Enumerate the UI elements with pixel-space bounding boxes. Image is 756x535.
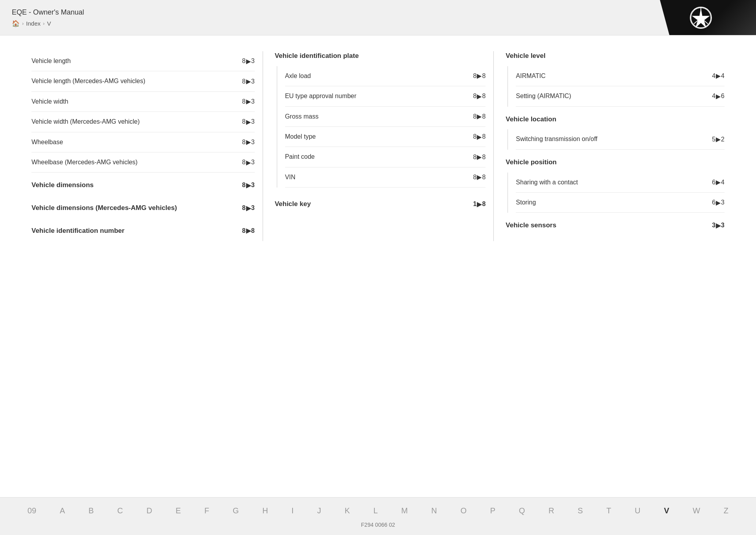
alpha-P[interactable]: P: [487, 505, 498, 517]
item-label: Vehicle width (Mercedes-AMG vehicle): [32, 117, 239, 126]
list-item-vehicle-key[interactable]: Vehicle key 1▶8: [275, 191, 486, 214]
alpha-G[interactable]: G: [230, 505, 242, 517]
alpha-M[interactable]: M: [398, 505, 411, 517]
item-label: Vehicle identification number: [32, 226, 239, 236]
app-footer: 09 A B C D E F G H I J K L M N O P Q R S…: [0, 497, 756, 535]
breadcrumb-v: V: [47, 20, 51, 27]
list-item-vehicle-identification-number[interactable]: Vehicle identification number 8▶8: [32, 218, 255, 241]
item-label: Storing: [516, 198, 709, 207]
list-item[interactable]: Vehicle length (Mercedes-AMG vehicles) 8…: [32, 71, 255, 91]
right-column: Vehicle level AIRMATIC 4▶4 Setting (AIRM…: [493, 51, 724, 241]
alpha-E[interactable]: E: [172, 505, 184, 517]
item-page: 6▶3: [709, 199, 724, 206]
app-title: EQE - Owner's Manual: [12, 8, 634, 17]
alpha-Z[interactable]: Z: [721, 505, 732, 517]
alpha-A[interactable]: A: [57, 505, 68, 517]
list-item[interactable]: AIRMATIC 4▶4: [516, 66, 724, 86]
item-label: Setting (AIRMATIC): [516, 92, 709, 100]
item-label: Gross mass: [285, 112, 470, 121]
header-text-area: EQE - Owner's Manual 🏠 › Index › V: [0, 0, 646, 35]
mercedes-star-icon: [689, 6, 713, 30]
breadcrumb-index[interactable]: Index: [26, 20, 41, 27]
section-header-vehicle-id-plate: Vehicle identification plate: [275, 51, 486, 66]
alpha-U[interactable]: U: [632, 505, 643, 517]
list-item[interactable]: VIN 8▶8: [285, 167, 486, 188]
list-item-eu-type-approval[interactable]: EU type approval number 8▶8: [285, 86, 486, 106]
alpha-L[interactable]: L: [370, 505, 381, 517]
list-item[interactable]: Paint code 8▶8: [285, 147, 486, 167]
item-page: 8▶8: [470, 113, 485, 120]
item-page: 3▶3: [709, 222, 724, 229]
alpha-F[interactable]: F: [201, 505, 212, 517]
alpha-I[interactable]: I: [288, 505, 297, 517]
list-item[interactable]: Model type 8▶8: [285, 127, 486, 147]
alphabet-navigation: 09 A B C D E F G H I J K L M N O P Q R S…: [16, 505, 740, 517]
item-label: Vehicle sensors: [506, 221, 709, 230]
alpha-N[interactable]: N: [428, 505, 440, 517]
item-label: Wheelbase: [32, 138, 239, 147]
item-label: Vehicle identification plate: [275, 51, 486, 61]
item-label: Wheelbase (Mercedes-AMG vehicles): [32, 158, 239, 167]
item-page: 8▶8: [470, 72, 485, 80]
list-item[interactable]: Vehicle width (Mercedes-AMG vehicle) 8▶3: [32, 112, 255, 132]
alpha-09[interactable]: 09: [24, 505, 39, 517]
list-item[interactable]: Axle load 8▶8: [285, 66, 486, 86]
item-label: Vehicle width: [32, 97, 239, 106]
item-page: 4▶4: [709, 72, 724, 80]
alpha-Q[interactable]: Q: [516, 505, 528, 517]
item-label: VIN: [285, 173, 470, 182]
list-item[interactable]: Setting (AIRMATIC) 4▶6: [516, 86, 724, 106]
list-item[interactable]: Wheelbase 8▶3: [32, 132, 255, 152]
alpha-O[interactable]: O: [457, 505, 470, 517]
item-page: 8▶3: [239, 98, 255, 105]
alpha-C[interactable]: C: [114, 505, 126, 517]
item-page: 8▶3: [239, 138, 255, 146]
item-label: Vehicle level: [506, 51, 724, 61]
list-item[interactable]: Switching transmission on/off 5▶2: [516, 129, 724, 149]
alpha-S[interactable]: S: [574, 505, 586, 517]
section-header-vehicle-level: Vehicle level: [506, 51, 724, 66]
alpha-J[interactable]: J: [314, 505, 324, 517]
alpha-V[interactable]: V: [661, 505, 672, 517]
item-label: Paint code: [285, 152, 470, 161]
left-column: Vehicle length 8▶3 Vehicle length (Merce…: [32, 51, 263, 241]
item-page: 1▶8: [470, 201, 485, 208]
list-item-vehicle-width[interactable]: Vehicle width 8▶3: [32, 92, 255, 112]
list-item[interactable]: Storing 6▶3: [516, 193, 724, 213]
item-page: 8▶3: [239, 78, 255, 85]
content-grid: Vehicle length 8▶3 Vehicle length (Merce…: [32, 51, 724, 241]
item-label: Sharing with a contact: [516, 178, 709, 187]
item-label: Model type: [285, 132, 470, 141]
item-label: Axle load: [285, 72, 470, 80]
item-page: 5▶2: [709, 136, 724, 143]
alpha-T[interactable]: T: [603, 505, 614, 517]
alpha-H[interactable]: H: [259, 505, 271, 517]
item-page: 4▶6: [709, 93, 724, 100]
section-header-vehicle-position: Vehicle position: [506, 150, 724, 173]
list-item[interactable]: Vehicle length 8▶3: [32, 51, 255, 71]
item-label: Vehicle dimensions: [32, 180, 239, 190]
main-content: Vehicle length 8▶3 Vehicle length (Merce…: [0, 35, 756, 497]
list-item[interactable]: Wheelbase (Mercedes-AMG vehicles) 8▶3: [32, 152, 255, 173]
item-page: 6▶4: [709, 178, 724, 186]
list-item-bold[interactable]: Vehicle dimensions 8▶3: [32, 173, 255, 195]
alpha-D[interactable]: D: [143, 505, 155, 517]
alpha-R[interactable]: R: [545, 505, 557, 517]
alpha-W[interactable]: W: [689, 505, 703, 517]
alpha-K[interactable]: K: [341, 505, 353, 517]
section-header-vehicle-location: Vehicle location: [506, 107, 724, 130]
list-item[interactable]: Gross mass 8▶8: [285, 107, 486, 127]
item-page: 8▶3: [239, 58, 255, 65]
footer-code: F294 0066 02: [361, 522, 395, 528]
breadcrumb-home-icon[interactable]: 🏠: [12, 20, 20, 27]
alpha-B[interactable]: B: [85, 505, 97, 517]
item-page: 8▶3: [239, 204, 255, 212]
breadcrumb-sep-1: ›: [22, 20, 24, 26]
list-item-sharing-contact[interactable]: Sharing with a contact 6▶4: [516, 173, 724, 193]
item-page: 8▶8: [470, 153, 485, 161]
item-label: Vehicle dimensions (Mercedes-AMG vehicle…: [32, 203, 239, 213]
list-item-bold[interactable]: Vehicle dimensions (Mercedes-AMG vehicle…: [32, 195, 255, 218]
item-page: 8▶8: [470, 93, 485, 100]
list-item-vehicle-sensors[interactable]: Vehicle sensors 3▶3: [506, 213, 724, 236]
item-label: Vehicle length: [32, 57, 239, 65]
